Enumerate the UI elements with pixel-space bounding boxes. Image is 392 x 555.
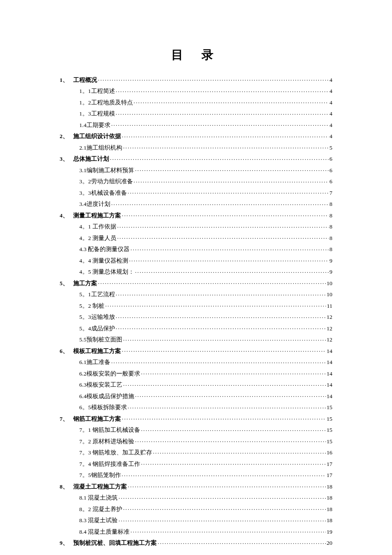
toc-leader-dots bbox=[134, 98, 329, 104]
toc-leader-dots bbox=[135, 437, 326, 443]
toc-entry-page: 15 bbox=[327, 405, 333, 410]
toc-entry-page: 14 bbox=[327, 393, 333, 399]
toc-leader-dots bbox=[141, 370, 326, 376]
toc-leader-dots bbox=[158, 539, 326, 545]
toc-entry-text: 施工方案 bbox=[73, 280, 97, 286]
toc-entry-number: 8、 bbox=[60, 484, 73, 490]
toc-entry-label: 6、模板工程施工方案 bbox=[60, 348, 121, 354]
toc-entry: 5。3运输堆放12 bbox=[60, 313, 332, 320]
toc-entry-page: 8 bbox=[329, 213, 332, 219]
toc-entry: 6、模板工程施工方案14 bbox=[60, 347, 332, 354]
toc-entry-label: 4。2 测量人员 bbox=[79, 235, 116, 241]
toc-entry: 8。2 混凝土养护18 bbox=[60, 505, 332, 512]
toc-entry: 7。4 钢筋焊接准备工作17 bbox=[60, 460, 332, 467]
toc-entry-page: 8 bbox=[329, 235, 332, 241]
toc-entry: 1。2工程地质及特点4 bbox=[60, 98, 332, 105]
toc-entry-page: 8 bbox=[329, 246, 332, 252]
toc-entry: 7。2 原材料进场检验15 bbox=[60, 437, 332, 444]
toc-entry: 4、测量工程施工方案8 bbox=[60, 211, 332, 218]
toc-entry-text: 7。4 钢筋焊接准备工作 bbox=[79, 461, 140, 467]
toc-leader-dots bbox=[122, 471, 326, 477]
toc-entry-text: 7。1 钢筋加工机械设备 bbox=[79, 427, 140, 433]
toc-entry-page: 5 bbox=[329, 145, 332, 151]
toc-leader-dots bbox=[141, 460, 326, 466]
toc-entry: 5、施工方案10 bbox=[60, 279, 332, 286]
toc-entry-text: 5。1工艺流程 bbox=[79, 291, 115, 298]
toc-entry-label: 3。3机械设备准备 bbox=[79, 190, 127, 196]
toc-entry-page: 12 bbox=[327, 326, 333, 332]
toc-entry-text: 4。5 测量总体规划： bbox=[79, 269, 134, 275]
toc-leader-dots bbox=[141, 426, 326, 432]
toc-entry-text: 混凝土工程施工方案 bbox=[73, 483, 127, 490]
toc-entry-label: 8.4 混凝土质量标准 bbox=[79, 529, 130, 535]
toc-entry-page: 12 bbox=[327, 337, 333, 343]
toc-entry-label: 7。1 钢筋加工机械设备 bbox=[79, 427, 140, 433]
toc-entry-text: 7。2 原材料进场检验 bbox=[79, 438, 134, 445]
toc-entry-label: 8.1 混凝土浇筑 bbox=[79, 495, 118, 501]
toc-entry-page: 15 bbox=[327, 416, 333, 422]
toc-entry: 8、混凝土工程施工方案18 bbox=[60, 483, 332, 489]
toc-entry-text: 5.5预制桩立面图 bbox=[79, 336, 122, 343]
toc-entry-text: 6.2模板安装的一般要求 bbox=[79, 370, 140, 377]
toc-leader-dots bbox=[111, 358, 326, 364]
toc-entry: 4。2 测量人员8 bbox=[60, 234, 332, 241]
toc-leader-dots bbox=[153, 449, 326, 455]
toc-entry-label: 7。5钢筋笼制作 bbox=[79, 472, 121, 478]
toc-entry-label: 5。3运输堆放 bbox=[79, 314, 115, 320]
toc-entry-page: 15 bbox=[327, 427, 333, 433]
toc-entry: 4。4 测量仪器检测9 bbox=[60, 257, 332, 263]
toc-entry-label: 4。1 工作依据 bbox=[79, 224, 116, 230]
toc-entry-text: 6.1施工准备 bbox=[79, 359, 110, 365]
toc-entry-text: 1。1工程简述 bbox=[79, 88, 115, 94]
toc-entry-label: 4。4 测量仪器检测 bbox=[79, 258, 128, 264]
toc-leader-dots bbox=[134, 178, 329, 184]
toc-entry-label: 6.4模板成品保护措施 bbox=[79, 393, 134, 399]
toc-entry-label: 4。5 测量总体规划： bbox=[79, 269, 134, 275]
toc-entry: 3。3机械设备准备7 bbox=[60, 189, 332, 196]
toc-entry-label: 1。2工程地质及特点 bbox=[79, 100, 133, 106]
toc-entry-page: 4 bbox=[329, 111, 332, 117]
toc-entry: 4。1 工作依据8 bbox=[60, 223, 332, 230]
toc-entry-text: 8.4 混凝土质量标准 bbox=[79, 529, 130, 535]
toc-entry-text: 5。3运输堆放 bbox=[79, 314, 115, 320]
toc-entry-label: 6.1施工准备 bbox=[79, 359, 110, 365]
toc-entry: 2.1施工组织机构5 bbox=[60, 144, 332, 150]
toc-leader-dots bbox=[128, 483, 326, 489]
toc-leader-dots bbox=[116, 313, 326, 319]
toc-leader-dots bbox=[118, 517, 326, 523]
toc-entry-label: 6。5模板拆除要求 bbox=[79, 405, 127, 410]
toc-entry: 7、钢筋工程施工方案15 bbox=[60, 415, 332, 422]
toc-entry-text: 7。5钢筋笼制作 bbox=[79, 472, 121, 478]
toc-entry-label: 5。1工艺流程 bbox=[79, 292, 115, 298]
toc-entry-page: 20 bbox=[327, 540, 333, 546]
toc-leader-dots bbox=[122, 415, 326, 421]
toc-entry-page: 4 bbox=[329, 77, 332, 83]
toc-entry: 6.2模板安装的一般要求14 bbox=[60, 370, 332, 376]
toc-entry-page: 7 bbox=[329, 190, 332, 196]
toc-entry: 8.4 混凝土质量标准19 bbox=[60, 528, 332, 535]
toc-leader-dots bbox=[123, 505, 326, 511]
toc-entry-label: 7。2 原材料进场检验 bbox=[79, 439, 134, 445]
toc-leader-dots bbox=[111, 121, 329, 127]
toc-entry-text: 8.1 混凝土浇筑 bbox=[79, 494, 118, 501]
toc-entry-text: 2.1施工组织机构 bbox=[79, 145, 122, 151]
toc-entry-text: 模板工程施工方案 bbox=[73, 348, 121, 354]
toc-entry-number: 3、 bbox=[60, 156, 73, 162]
toc-leader-dots bbox=[135, 268, 329, 274]
toc-entry-page: 18 bbox=[327, 495, 333, 501]
toc-entry-label: 2、施工组织设计依据 bbox=[60, 133, 121, 139]
toc-entry-page: 17 bbox=[327, 461, 333, 467]
toc-leader-dots bbox=[129, 257, 329, 263]
toc-entry-number: 1、 bbox=[60, 77, 73, 83]
toc-entry: 3.1编制施工材料预算6 bbox=[60, 166, 332, 173]
toc-entry-text: 3.4进度计划 bbox=[79, 201, 110, 207]
toc-entry-label: 5、施工方案 bbox=[60, 280, 97, 286]
toc-entry-label: 1。3工程规模 bbox=[79, 111, 115, 117]
toc-leader-dots bbox=[117, 234, 329, 240]
toc-entry-page: 12 bbox=[327, 314, 333, 320]
toc-entry-page: 6 bbox=[329, 168, 332, 173]
toc-entry-number: 7、 bbox=[60, 416, 73, 422]
toc-leader-dots bbox=[128, 189, 329, 195]
toc-entry-label: 3.4进度计划 bbox=[79, 201, 110, 207]
toc-entry-text: 测量工程施工方案 bbox=[73, 212, 121, 219]
